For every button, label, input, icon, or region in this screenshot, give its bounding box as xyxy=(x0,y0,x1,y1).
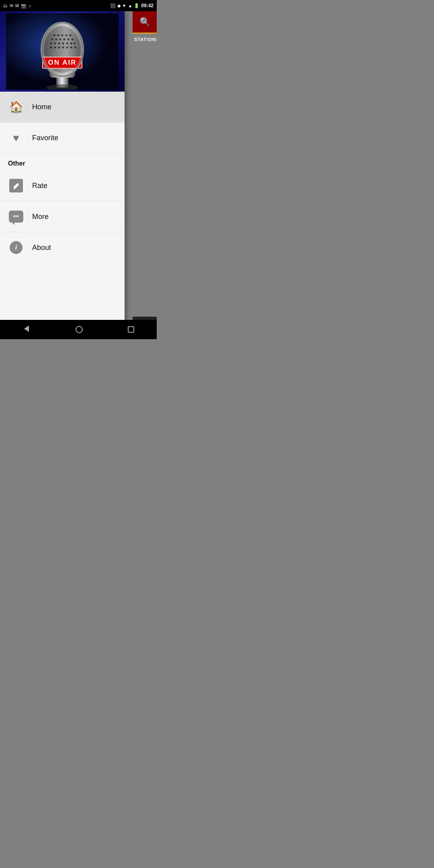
svg-point-28 xyxy=(66,47,68,49)
recents-button[interactable] xyxy=(128,326,134,333)
svg-point-17 xyxy=(50,43,52,45)
svg-point-26 xyxy=(58,47,60,49)
svg-point-16 xyxy=(72,39,74,41)
back-button[interactable] xyxy=(23,325,31,335)
stations-label: STATIONS xyxy=(134,37,157,42)
favorite-label: Favorite xyxy=(32,134,58,142)
svg-point-14 xyxy=(63,39,66,41)
favorite-icon: ♥ xyxy=(8,130,24,146)
svg-point-15 xyxy=(68,39,70,41)
signal-icon: ◆ xyxy=(117,3,121,8)
file-icon: 🗂 xyxy=(3,3,8,8)
svg-point-39 xyxy=(15,215,17,217)
app-container: 🔍 STATIONS ⏸ xyxy=(0,11,157,339)
content-area xyxy=(133,44,157,317)
svg-point-23 xyxy=(74,43,76,45)
svg-point-27 xyxy=(62,47,64,49)
rate-icon xyxy=(8,178,24,194)
time-display: 09:42 xyxy=(141,3,154,8)
about-icon: i xyxy=(8,240,24,256)
svg-point-13 xyxy=(59,39,61,41)
svg-point-12 xyxy=(55,39,57,41)
svg-point-29 xyxy=(70,47,72,49)
menu-item-home[interactable]: 🏠 Home xyxy=(0,92,125,123)
battery-icon: 🔋 xyxy=(134,3,139,8)
svg-point-24 xyxy=(50,47,52,49)
svg-point-8 xyxy=(61,35,63,37)
home-icon: 🏠 xyxy=(8,99,24,115)
status-bar: 🗂 ✉ M 📷 ♪ ⬛ ◆ ▼ ▲ 🔋 09:42 xyxy=(0,0,157,11)
svg-point-19 xyxy=(58,43,60,45)
svg-marker-41 xyxy=(24,326,29,332)
status-icons-right: ⬛ ◆ ▼ ▲ 🔋 09:42 xyxy=(110,3,154,8)
home-button[interactable] xyxy=(76,326,83,333)
svg-point-18 xyxy=(54,43,56,45)
svg-text:ON AIR: ON AIR xyxy=(48,59,77,66)
menu-item-favorite[interactable]: ♥ Favorite xyxy=(0,123,125,154)
svg-point-22 xyxy=(70,43,72,45)
svg-point-9 xyxy=(66,35,68,37)
drawer-header: ON AIR xyxy=(0,11,125,92)
stations-label-container: STATIONS xyxy=(133,34,157,44)
cast-icon: ⬛ xyxy=(110,3,116,8)
menu-item-about[interactable]: i About xyxy=(0,232,125,263)
search-icon[interactable]: 🔍 xyxy=(139,17,150,27)
svg-point-40 xyxy=(17,215,19,217)
app-toolbar: 🔍 xyxy=(133,11,157,34)
svg-point-11 xyxy=(51,39,53,41)
home-label: Home xyxy=(32,103,51,111)
wifi-icon: ▼ xyxy=(122,3,127,8)
mail-icon: ✉ xyxy=(10,3,13,8)
gmail-icon: M xyxy=(15,3,19,8)
menu-item-rate[interactable]: Rate xyxy=(0,170,125,201)
svg-point-10 xyxy=(70,35,72,37)
about-label: About xyxy=(32,244,51,252)
drawer-menu: 🏠 Home ♥ Favorite Other xyxy=(0,92,125,339)
svg-point-7 xyxy=(57,35,59,37)
music-icon: ♪ xyxy=(29,3,31,8)
svg-point-20 xyxy=(62,43,64,45)
status-icons-left: 🗂 ✉ M 📷 ♪ xyxy=(3,3,31,8)
app-content-partial: 🔍 STATIONS ⏸ xyxy=(133,11,157,339)
camera-icon: 📷 xyxy=(21,3,27,8)
bottom-navigation xyxy=(0,320,157,339)
other-section-header: Other xyxy=(0,154,125,170)
more-icon xyxy=(8,209,24,225)
menu-item-more[interactable]: More xyxy=(0,201,125,232)
svg-point-30 xyxy=(74,47,76,49)
rate-label: Rate xyxy=(32,182,47,190)
svg-point-21 xyxy=(66,43,68,45)
svg-point-38 xyxy=(13,215,15,217)
mic-image: ON AIR xyxy=(0,11,125,92)
more-label: More xyxy=(32,213,49,221)
navigation-drawer: ON AIR 🏠 Home ♥ Favorite xyxy=(0,11,125,339)
svg-point-6 xyxy=(53,35,55,37)
network-icon: ▲ xyxy=(128,3,132,8)
svg-point-25 xyxy=(54,47,56,49)
